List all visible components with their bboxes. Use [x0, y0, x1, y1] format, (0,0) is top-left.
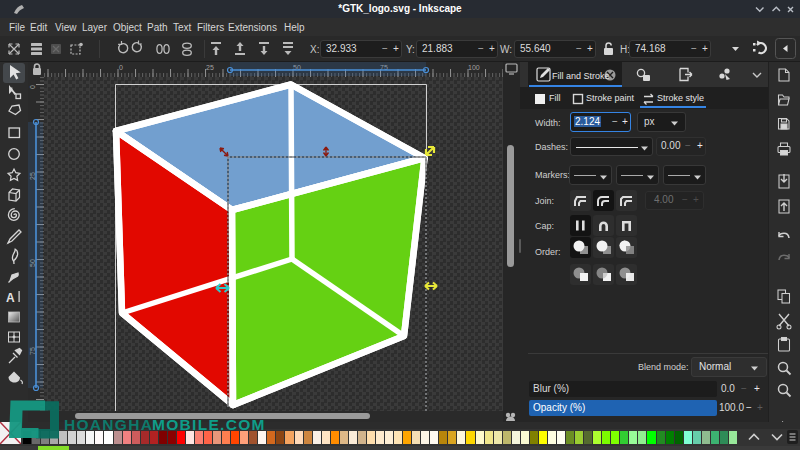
- svg-text:HOANGHA: HOANGHA: [64, 416, 153, 433]
- svg-text:A: A: [6, 291, 15, 305]
- svg-text:MOBILE.COM: MOBILE.COM: [152, 416, 266, 433]
